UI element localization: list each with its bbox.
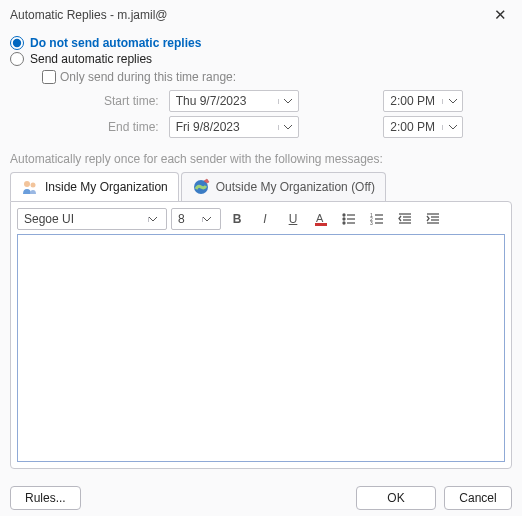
end-time-combo[interactable]: 2:00 PM [383,116,463,138]
start-date-combo[interactable]: Thu 9/7/2023 [169,90,299,112]
chevron-down-icon [148,217,166,222]
chevron-down-icon [442,125,462,130]
svg-text:A: A [316,212,324,224]
font-value: Segoe UI [18,212,148,226]
close-icon[interactable]: ✕ [488,6,512,24]
italic-button[interactable]: I [253,208,277,230]
chevron-down-icon [278,125,298,130]
bold-button[interactable]: B [225,208,249,230]
radio-do-not-send-label: Do not send automatic replies [30,36,201,50]
tab-inside-org[interactable]: Inside My Organization [10,172,179,201]
outdent-button[interactable] [393,208,417,230]
font-color-button[interactable]: A [309,208,333,230]
end-date-combo[interactable]: Fri 9/8/2023 [169,116,299,138]
start-time-value: 2:00 PM [384,94,442,108]
svg-point-9 [343,222,345,224]
indent-button[interactable] [421,208,445,230]
radio-do-not-send[interactable] [10,36,24,50]
svg-point-1 [31,183,36,188]
editor-panel: Segoe UI 8 B I U A [10,201,512,469]
radio-send[interactable] [10,52,24,66]
chevron-down-icon [442,99,462,104]
chevron-down-icon [202,217,220,222]
window-title: Automatic Replies - m.jamil@ [10,8,168,22]
bullet-list-button[interactable] [337,208,361,230]
end-time-label: End time: [56,120,163,134]
cancel-button[interactable]: Cancel [444,486,512,510]
helper-text: Automatically reply once for each sender… [10,152,512,166]
tab-outside-label: Outside My Organization (Off) [216,180,375,194]
svg-point-0 [24,181,30,187]
number-list-button[interactable]: 1 2 3 [365,208,389,230]
svg-text:3: 3 [370,220,373,226]
tab-inside-label: Inside My Organization [45,180,168,194]
end-date-value: Fri 9/8/2023 [170,120,278,134]
tab-outside-org[interactable]: Outside My Organization (Off) [181,172,386,201]
message-editor[interactable] [17,234,505,462]
only-send-label: Only send during this time range: [60,70,236,84]
underline-button[interactable]: U [281,208,305,230]
font-selector[interactable]: Segoe UI [17,208,167,230]
checkbox-only-time-range[interactable] [42,70,56,84]
globe-icon [192,178,210,196]
ok-button[interactable]: OK [356,486,436,510]
svg-point-5 [343,214,345,216]
svg-point-7 [343,218,345,220]
size-selector[interactable]: 8 [171,208,221,230]
rules-button[interactable]: Rules... [10,486,81,510]
svg-rect-4 [315,223,327,226]
start-time-label: Start time: [56,94,163,108]
start-date-value: Thu 9/7/2023 [170,94,278,108]
start-time-combo[interactable]: 2:00 PM [383,90,463,112]
radio-send-label: Send automatic replies [30,52,152,66]
end-time-value: 2:00 PM [384,120,442,134]
chevron-down-icon [278,99,298,104]
people-icon [21,178,39,196]
size-value: 8 [172,212,202,226]
